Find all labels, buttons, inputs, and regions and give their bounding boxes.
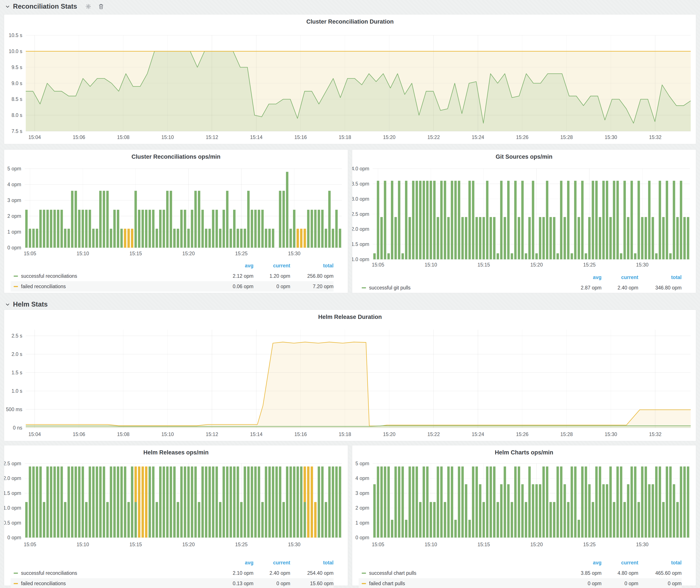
legend-column-total[interactable]: total xyxy=(638,272,682,283)
y-axis-label: 10.5 s xyxy=(9,32,22,38)
bar-successful xyxy=(205,229,207,248)
bar-successful xyxy=(542,467,545,538)
legend-row-label[interactable]: failed reconciliations xyxy=(11,578,217,588)
bar-successful xyxy=(117,467,119,538)
bar-failed xyxy=(124,229,126,248)
y-axis-label: 5 opm xyxy=(355,461,369,466)
bar-successful xyxy=(641,217,644,259)
bar-successful xyxy=(659,181,661,259)
legend-column-current[interactable]: current xyxy=(253,260,290,271)
legend-column-total[interactable]: total xyxy=(638,557,682,568)
trash-icon[interactable] xyxy=(98,3,104,10)
legend-column-avg[interactable]: avg xyxy=(565,557,602,568)
legend-header-spacer xyxy=(11,557,217,568)
section-header-helm-stats[interactable]: Helm Stats xyxy=(5,300,48,309)
y-axis-label: 1.0 opm xyxy=(352,257,369,262)
legend-row-label[interactable]: failed reconciliations xyxy=(11,281,217,292)
bar-successful xyxy=(32,229,35,248)
bar-successful xyxy=(673,181,675,259)
bar-successful xyxy=(159,210,161,248)
bar-successful xyxy=(532,181,534,259)
x-axis-label: 15:30 xyxy=(636,542,648,547)
bar-successful xyxy=(373,253,376,259)
git-sources-chart[interactable]: 1.0 opm1.5 opm2.0 opm2.5 opm3.0 opm3.5 o… xyxy=(352,150,696,293)
bar-successful xyxy=(293,210,295,248)
y-axis-label: 0 ns xyxy=(13,425,22,431)
bar-successful xyxy=(518,467,520,538)
bar-successful xyxy=(240,229,243,248)
legend-column-avg[interactable]: avg xyxy=(217,557,253,568)
helm-release-duration-chart[interactable]: 0 ns500 ms1.0 s1.5 s2.0 s2.5 s15:0415:06… xyxy=(4,310,696,441)
bar-failed xyxy=(297,229,299,248)
bar-successful xyxy=(451,467,453,538)
panel-helm-charts-opm: Helm Charts ops/min 0 opm1 opm2 opm3 opm… xyxy=(352,445,696,586)
bar-successful xyxy=(39,467,42,538)
legend-row-label[interactable]: successful reconciliations xyxy=(11,568,217,578)
legend-row-label[interactable]: successful chart pulls xyxy=(359,568,565,578)
x-axis-label: 15:10 xyxy=(77,251,89,256)
bar-successful xyxy=(458,181,460,259)
x-axis-label: 15:15 xyxy=(477,542,490,547)
bar-successful xyxy=(433,502,435,538)
legend-column-total[interactable]: total xyxy=(290,260,334,271)
bar-successful xyxy=(613,181,615,259)
x-axis-label: 15:26 xyxy=(516,431,529,437)
bar-successful xyxy=(472,181,474,259)
x-axis-label: 15:30 xyxy=(605,134,617,140)
bar-successful xyxy=(82,467,84,538)
bar-successful xyxy=(402,253,404,259)
bar-successful xyxy=(482,502,485,538)
bar-successful xyxy=(447,217,450,259)
bar-successful xyxy=(328,467,331,538)
bar-successful xyxy=(616,467,619,538)
bar-successful xyxy=(539,484,541,538)
bar-successful xyxy=(521,484,524,538)
x-axis-label: 15:20 xyxy=(383,134,396,140)
x-axis-label: 15:25 xyxy=(583,542,596,547)
bar-successful xyxy=(212,467,214,538)
bar-successful xyxy=(391,520,393,538)
bar-successful xyxy=(184,467,186,538)
bar-successful xyxy=(43,502,45,538)
bar-successful xyxy=(637,502,640,538)
bar-successful xyxy=(602,484,605,538)
bar-successful xyxy=(528,467,531,538)
legend-header-spacer xyxy=(11,260,217,271)
section-header-reconciliation-stats[interactable]: Reconciliation Stats xyxy=(5,2,104,11)
legend-value-total: 256.80 opm xyxy=(290,271,334,281)
bar-successful xyxy=(265,229,267,248)
bar-successful xyxy=(92,229,95,248)
y-axis-label: 8.0 s xyxy=(11,112,22,118)
bar-successful xyxy=(535,253,538,259)
bar-successful xyxy=(216,467,218,538)
x-axis-label: 15:16 xyxy=(294,134,307,140)
legend-column-current[interactable]: current xyxy=(602,272,638,283)
bar-successful xyxy=(325,502,327,538)
bar-successful xyxy=(286,467,288,538)
legend-column-avg[interactable]: avg xyxy=(565,272,602,283)
legend-column-total[interactable]: total xyxy=(290,557,334,568)
bar-successful xyxy=(588,484,591,538)
bar-successful xyxy=(219,502,221,538)
bar-successful xyxy=(408,217,411,259)
legend-column-avg[interactable]: avg xyxy=(217,260,253,271)
gear-icon[interactable] xyxy=(85,3,91,10)
legend-row-label[interactable]: successful reconciliations xyxy=(11,271,217,281)
legend-column-current[interactable]: current xyxy=(253,557,290,568)
cluster-reconciliation-duration-chart[interactable]: 7.5 s8.0 s8.5 s9.0 s9.5 s10.0 s10.5 s15:… xyxy=(4,15,696,144)
legend-column-current[interactable]: current xyxy=(602,557,638,568)
legend-value-avg: 0.06 opm xyxy=(217,281,253,292)
legend-row-label[interactable]: failed chart pulls xyxy=(359,578,565,588)
bar-successful xyxy=(71,191,73,248)
legend-table: avgcurrenttotalsuccessful chart pulls3.8… xyxy=(359,557,682,588)
bar-successful xyxy=(332,467,334,538)
bar-successful xyxy=(680,181,682,259)
legend-series-name: failed chart pulls xyxy=(369,581,405,586)
bar-failed xyxy=(142,467,144,538)
legend-value-current: 1.20 opm xyxy=(253,271,290,281)
bar-successful xyxy=(655,467,658,538)
legend-row-label[interactable]: successful git pulls xyxy=(359,283,565,293)
bar-successful xyxy=(258,210,260,248)
legend: avgcurrenttotalsuccessful chart pulls3.8… xyxy=(359,557,682,588)
bar-successful xyxy=(387,253,390,259)
